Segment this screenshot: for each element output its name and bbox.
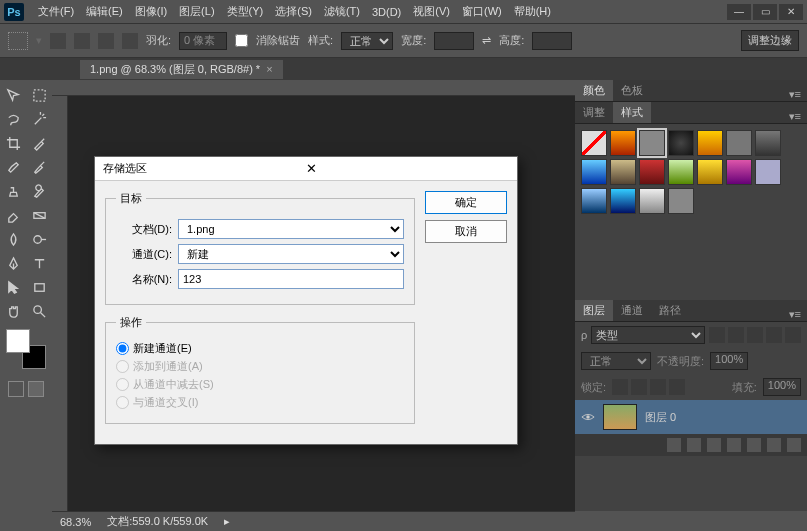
brush-tool[interactable]	[27, 156, 51, 178]
history-brush-tool[interactable]	[27, 180, 51, 202]
style-swatch[interactable]	[668, 159, 694, 185]
style-swatch[interactable]	[697, 130, 723, 156]
quick-mask-toggle[interactable]	[0, 381, 52, 397]
dialog-close-icon[interactable]: ✕	[306, 161, 509, 176]
menu-type[interactable]: 类型(Y)	[221, 4, 270, 19]
channel-select[interactable]: 新建	[178, 244, 404, 264]
close-button[interactable]: ✕	[779, 4, 803, 20]
menu-view[interactable]: 视图(V)	[407, 4, 456, 19]
dodge-tool[interactable]	[27, 228, 51, 250]
move-tool[interactable]	[1, 84, 25, 106]
menu-layer[interactable]: 图层(L)	[173, 4, 220, 19]
style-swatch[interactable]	[639, 188, 665, 214]
mask-icon[interactable]	[707, 438, 721, 452]
tab-color[interactable]: 颜色	[575, 80, 613, 101]
style-swatch[interactable]	[581, 188, 607, 214]
document-tab[interactable]: 1.png @ 68.3% (图层 0, RGB/8#) * ×	[80, 60, 283, 79]
menu-select[interactable]: 选择(S)	[269, 4, 318, 19]
style-swatch[interactable]	[668, 130, 694, 156]
menu-filter[interactable]: 滤镜(T)	[318, 4, 366, 19]
group-icon[interactable]	[747, 438, 761, 452]
intersect-selection-icon[interactable]	[122, 33, 138, 49]
fill-value[interactable]: 100%	[763, 378, 801, 396]
ok-button[interactable]: 确定	[425, 191, 507, 214]
healing-brush-tool[interactable]	[1, 156, 25, 178]
status-arrow-icon[interactable]: ▸	[224, 515, 230, 528]
style-swatch[interactable]	[610, 188, 636, 214]
style-swatch[interactable]	[726, 130, 752, 156]
menu-image[interactable]: 图像(I)	[129, 4, 173, 19]
layer-filter-icons[interactable]	[709, 327, 801, 343]
link-icon[interactable]: ⇌	[482, 34, 491, 47]
op-new-channel[interactable]: 新建通道(E)	[116, 341, 404, 356]
tab-swatches[interactable]: 色板	[613, 80, 651, 101]
panel-menu-icon[interactable]: ▾≡	[783, 308, 807, 321]
add-selection-icon[interactable]	[74, 33, 90, 49]
dialog-titlebar[interactable]: 存储选区 ✕	[95, 157, 517, 181]
minimize-button[interactable]: —	[727, 4, 751, 20]
menu-help[interactable]: 帮助(H)	[508, 4, 557, 19]
zoom-level[interactable]: 68.3%	[60, 516, 91, 528]
rectangle-tool[interactable]	[27, 276, 51, 298]
close-document-icon[interactable]: ×	[266, 63, 272, 75]
name-input[interactable]	[178, 269, 404, 289]
crop-tool[interactable]	[1, 132, 25, 154]
menu-file[interactable]: 文件(F)	[32, 4, 80, 19]
foreground-color[interactable]	[6, 329, 30, 353]
op-new-radio[interactable]	[116, 342, 129, 355]
tab-styles[interactable]: 样式	[613, 102, 651, 123]
lock-icons[interactable]	[612, 379, 685, 395]
style-swatch[interactable]	[581, 159, 607, 185]
eraser-tool[interactable]	[1, 204, 25, 226]
cancel-button[interactable]: 取消	[425, 220, 507, 243]
tab-channels[interactable]: 通道	[613, 300, 651, 321]
style-swatch[interactable]	[639, 130, 665, 156]
hand-tool[interactable]	[1, 300, 25, 322]
marquee-tool[interactable]	[27, 84, 51, 106]
gradient-tool[interactable]	[27, 204, 51, 226]
new-selection-icon[interactable]	[50, 33, 66, 49]
menu-window[interactable]: 窗口(W)	[456, 4, 508, 19]
clone-stamp-tool[interactable]	[1, 180, 25, 202]
subtract-selection-icon[interactable]	[98, 33, 114, 49]
magic-wand-tool[interactable]	[27, 108, 51, 130]
delete-layer-icon[interactable]	[787, 438, 801, 452]
style-swatch[interactable]	[668, 188, 694, 214]
width-input[interactable]	[434, 32, 474, 50]
panel-menu-icon[interactable]: ▾≡	[783, 88, 807, 101]
new-layer-icon[interactable]	[767, 438, 781, 452]
layer-kind-select[interactable]: 类型	[591, 326, 705, 344]
panel-menu-icon[interactable]: ▾≡	[783, 110, 807, 123]
fx-icon[interactable]	[687, 438, 701, 452]
style-swatch[interactable]	[581, 130, 607, 156]
zoom-tool[interactable]	[27, 300, 51, 322]
height-input[interactable]	[532, 32, 572, 50]
style-swatch[interactable]	[610, 159, 636, 185]
style-swatch[interactable]	[610, 130, 636, 156]
feather-input[interactable]	[179, 32, 227, 50]
link-layers-icon[interactable]	[667, 438, 681, 452]
color-picker[interactable]	[6, 329, 46, 369]
path-selection-tool[interactable]	[1, 276, 25, 298]
tab-layers[interactable]: 图层	[575, 300, 613, 321]
layer-name[interactable]: 图层 0	[645, 410, 676, 425]
layer-item[interactable]: 图层 0	[575, 400, 807, 434]
adjustment-icon[interactable]	[727, 438, 741, 452]
style-swatch[interactable]	[639, 159, 665, 185]
tab-adjustments[interactable]: 调整	[575, 102, 613, 123]
lasso-tool[interactable]	[1, 108, 25, 130]
eyedropper-tool[interactable]	[27, 132, 51, 154]
antialias-checkbox[interactable]	[235, 34, 248, 47]
menu-3d[interactable]: 3D(D)	[366, 6, 407, 18]
tab-paths[interactable]: 路径	[651, 300, 689, 321]
marquee-tool-icon[interactable]	[8, 32, 28, 50]
blur-tool[interactable]	[1, 228, 25, 250]
style-swatch[interactable]	[755, 159, 781, 185]
style-swatch[interactable]	[726, 159, 752, 185]
style-swatch[interactable]	[755, 130, 781, 156]
refine-edge-button[interactable]: 调整边缘	[741, 30, 799, 51]
visibility-icon[interactable]	[581, 410, 595, 424]
blend-mode-select[interactable]: 正常	[581, 352, 651, 370]
style-select[interactable]: 正常	[341, 32, 393, 50]
opacity-value[interactable]: 100%	[710, 352, 748, 370]
